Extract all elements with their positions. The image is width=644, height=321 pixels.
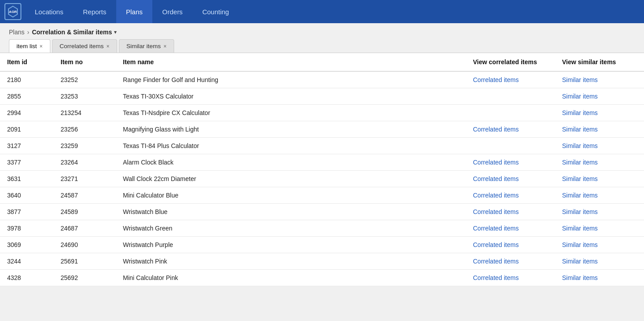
cell-correlated: Correlated items: [466, 253, 555, 270]
cell-itemname: Alarm Clock Black: [116, 154, 466, 171]
tab-item-list-close[interactable]: ×: [40, 43, 43, 49]
nav-orders[interactable]: Orders: [152, 0, 192, 23]
tabs-bar: item list × Correlated items × Similar i…: [0, 39, 644, 53]
cell-itemno: 23264: [53, 154, 116, 171]
app-logo: AGR: [4, 3, 21, 20]
table-row: 324425691Wristwatch PinkCorrelated items…: [0, 253, 644, 270]
cell-itemid: 3244: [0, 253, 53, 270]
similar-items-link[interactable]: Similar items: [562, 93, 598, 100]
col-header-itemno: Item no: [53, 53, 116, 71]
cell-similar: Similar items: [555, 270, 644, 286]
similar-items-link[interactable]: Similar items: [562, 175, 598, 182]
cell-correlated: Correlated items: [466, 154, 555, 171]
similar-items-link[interactable]: Similar items: [562, 126, 598, 133]
nav-plans[interactable]: Plans: [116, 0, 153, 23]
breadcrumb-current: Correlation & Similar items: [32, 29, 112, 36]
cell-itemno: 24587: [53, 187, 116, 204]
cell-similar: Similar items: [555, 253, 644, 270]
cell-similar: Similar items: [555, 171, 644, 187]
nav-locations[interactable]: Locations: [25, 0, 73, 23]
tab-item-list[interactable]: item list ×: [9, 39, 50, 53]
cell-itemid: 3127: [0, 138, 53, 154]
similar-items-link[interactable]: Similar items: [562, 192, 598, 199]
cell-itemname: Mini Calculator Blue: [116, 187, 466, 204]
tab-similar-items[interactable]: Similar items ×: [119, 39, 174, 53]
cell-correlated: Correlated items: [466, 220, 555, 237]
cell-itemid: 4328: [0, 270, 53, 286]
col-header-itemname: Item name: [116, 53, 466, 71]
cell-correlated: Correlated items: [466, 171, 555, 187]
similar-items-link[interactable]: Similar items: [562, 258, 598, 265]
cell-similar: Similar items: [555, 88, 644, 105]
content-area: Item id Item no Item name View correlate…: [0, 53, 644, 286]
breadcrumb: Plans › Correlation & Similar items ▾: [0, 23, 644, 39]
cell-itemname: Magnifying Glass with Light: [116, 121, 466, 138]
table-row: 337723264Alarm Clock BlackCorrelated ite…: [0, 154, 644, 171]
cell-similar: Similar items: [555, 138, 644, 154]
cell-similar: Similar items: [555, 105, 644, 121]
table-row: 312723259Texas TI-84 Plus CalculatorSimi…: [0, 138, 644, 154]
correlated-items-link[interactable]: Correlated items: [473, 274, 519, 281]
table-row: 364024587Mini Calculator BlueCorrelated …: [0, 187, 644, 204]
similar-items-link[interactable]: Similar items: [562, 109, 598, 116]
cell-itemno: 24687: [53, 220, 116, 237]
navbar: AGR Locations Reports Plans Orders Count…: [0, 0, 644, 23]
cell-similar: Similar items: [555, 154, 644, 171]
cell-itemname: Wristwatch Blue: [116, 204, 466, 220]
cell-itemname: Texas TI-Nsdpire CX Calculator: [116, 105, 466, 121]
breadcrumb-root[interactable]: Plans: [9, 29, 24, 36]
correlated-items-link[interactable]: Correlated items: [473, 76, 519, 83]
cell-itemname: Wall Clock 22cm Diameter: [116, 171, 466, 187]
cell-itemno: 23271: [53, 171, 116, 187]
similar-items-link[interactable]: Similar items: [562, 208, 598, 215]
nav-reports[interactable]: Reports: [73, 0, 116, 23]
correlated-items-link[interactable]: Correlated items: [473, 241, 519, 248]
cell-itemno: 24690: [53, 237, 116, 253]
cell-similar: Similar items: [555, 237, 644, 253]
table-row: 397824687Wristwatch GreenCorrelated item…: [0, 220, 644, 237]
cell-similar: Similar items: [555, 187, 644, 204]
cell-itemno: 23253: [53, 88, 116, 105]
cell-correlated: Correlated items: [466, 204, 555, 220]
cell-correlated: [466, 138, 555, 154]
svg-text:AGR: AGR: [9, 10, 17, 14]
similar-items-link[interactable]: Similar items: [562, 225, 598, 232]
breadcrumb-dropdown-icon[interactable]: ▾: [114, 29, 117, 35]
tab-correlated-items-close[interactable]: ×: [106, 43, 110, 49]
cell-correlated: Correlated items: [466, 237, 555, 253]
table-row: 387724589Wristwatch BlueCorrelated items…: [0, 204, 644, 220]
table-row: 432825692Mini Calculator PinkCorrelated …: [0, 270, 644, 286]
cell-correlated: [466, 88, 555, 105]
cell-itemid: 3978: [0, 220, 53, 237]
cell-correlated: Correlated items: [466, 187, 555, 204]
tab-correlated-items-label: Correlated items: [60, 43, 104, 49]
cell-itemno: 24589: [53, 204, 116, 220]
tab-correlated-items[interactable]: Correlated items ×: [52, 39, 117, 53]
cell-itemid: 3377: [0, 154, 53, 171]
correlated-items-link[interactable]: Correlated items: [473, 126, 519, 133]
correlated-items-link[interactable]: Correlated items: [473, 175, 519, 182]
correlated-items-link[interactable]: Correlated items: [473, 159, 519, 166]
correlated-items-link[interactable]: Correlated items: [473, 208, 519, 215]
correlated-items-link[interactable]: Correlated items: [473, 192, 519, 199]
tab-similar-items-close[interactable]: ×: [163, 43, 167, 49]
similar-items-link[interactable]: Similar items: [562, 241, 598, 248]
table-row: 306924690Wristwatch PurpleCorrelated ite…: [0, 237, 644, 253]
cell-itemname: Wristwatch Purple: [116, 237, 466, 253]
nav-counting[interactable]: Counting: [192, 0, 239, 23]
similar-items-link[interactable]: Similar items: [562, 142, 598, 149]
table-row: 209123256Magnifying Glass with LightCorr…: [0, 121, 644, 138]
cell-itemno: 25691: [53, 253, 116, 270]
cell-itemno: 23259: [53, 138, 116, 154]
correlated-items-link[interactable]: Correlated items: [473, 258, 519, 265]
similar-items-link[interactable]: Similar items: [562, 76, 598, 83]
similar-items-link[interactable]: Similar items: [562, 159, 598, 166]
cell-itemname: Wristwatch Green: [116, 220, 466, 237]
col-header-similar: View similar items: [555, 53, 644, 71]
cell-itemid: 2180: [0, 71, 53, 88]
col-header-itemid: Item id: [0, 53, 53, 71]
correlated-items-link[interactable]: Correlated items: [473, 225, 519, 232]
cell-correlated: Correlated items: [466, 270, 555, 286]
cell-itemno: 25692: [53, 270, 116, 286]
similar-items-link[interactable]: Similar items: [562, 274, 598, 281]
